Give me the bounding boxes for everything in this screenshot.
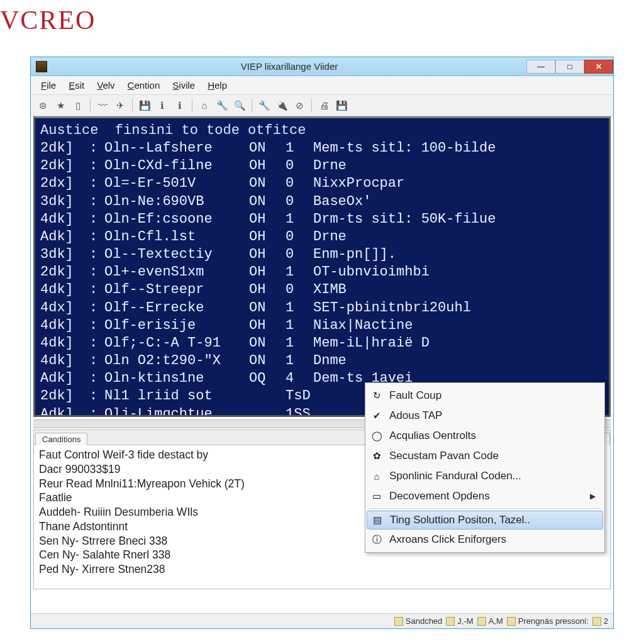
submenu-arrow-icon: ▶ <box>590 492 596 501</box>
terminal-row: Adk]:Oln-Cfl.lstOH0Drne <box>40 228 604 246</box>
toolbar-button-15[interactable]: 💾 <box>333 97 350 114</box>
status-icon <box>394 617 403 626</box>
terminal-row: 2dk]:Oln--LafshereON1Mem-ts sitl: 100-bi… <box>40 140 604 157</box>
menubar: FileEsitVelvCentionSivileHelp <box>31 76 613 95</box>
toolbar-separator <box>132 99 133 113</box>
status-cell-3: Prengnás pressoni: <box>507 616 589 626</box>
ctxmenu-label: Decovement Opdens <box>389 490 584 502</box>
terminal-row: 2dk]:Ol+-evenS1xmOH1OT-ubnvioimhbi <box>40 264 604 281</box>
ctxmenu-icon: ↻ <box>370 389 383 402</box>
ctxmenu-icon: ▤ <box>371 514 384 526</box>
ctxmenu-icon: ◯ <box>370 430 383 442</box>
toolbar-button-2[interactable]: ▯ <box>70 97 86 114</box>
ctxmenu-label: Adous TAP <box>389 409 596 422</box>
ctxmenu-item-4[interactable]: ⌂Sponlinic Fandural Coden... <box>367 466 603 486</box>
toolbar-separator <box>311 99 312 113</box>
ctxmenu-label: Secustam Pavan Code <box>389 450 596 462</box>
window-title: VIEP liixarillange Viider <box>52 61 526 72</box>
toolbar-button-3[interactable]: 〰 <box>94 97 111 114</box>
toolbar-separator <box>90 99 91 113</box>
ctxmenu-label: Sponlinic Fandural Coden... <box>389 470 596 482</box>
titlebar: VIEP liixarillange Viider <box>31 57 613 76</box>
brand-logo: VCREO <box>0 5 96 35</box>
ctxmenu-label: Acqulias Oentrolts <box>389 430 596 442</box>
toolbar-button-8[interactable]: ⌂ <box>196 97 213 114</box>
terminal-header: Austice finsini to tode otfitce <box>40 122 604 140</box>
menu-cention[interactable]: Cention <box>123 79 165 92</box>
close-button[interactable] <box>584 60 613 74</box>
status-text: J,-M <box>457 616 473 626</box>
toolbar-button-4[interactable]: ✈ <box>112 97 128 114</box>
terminal-row: 2dk]:Oln-CXd-filneOH0Drne <box>40 157 604 175</box>
ctxmenu-icon: ⌂ <box>370 470 383 482</box>
status-cell-0: Sandched <box>394 616 443 626</box>
terminal-row: 4dk]:Oln O2:t290-"XON1Dnme <box>40 352 604 370</box>
status-cell-1: J,-M <box>446 616 473 626</box>
window-controls <box>526 60 613 74</box>
ctxmenu-label: Fault Coup <box>389 389 596 402</box>
toolbar-button-0[interactable]: ⊜ <box>35 97 51 114</box>
context-menu: ↻Fault Coup✔Adous TAP◯Acqulias Oentrolts… <box>365 382 605 553</box>
terminal-row: 4dx]:Olf--ErreckeON1SET-pbinitnbri20uhl <box>40 299 604 317</box>
toolbar-separator <box>252 99 252 113</box>
minimize-button[interactable] <box>526 60 555 74</box>
toolbar-button-6[interactable]: ℹ <box>154 97 170 114</box>
status-icon <box>446 617 455 626</box>
terminal-row: 3dk]:Oln-Ne:690VBON0BaseOx' <box>40 193 604 211</box>
ctxmenu-icon: ▭ <box>370 490 383 502</box>
toolbar-button-10[interactable]: 🔍 <box>231 97 248 114</box>
maximize-button[interactable] <box>555 60 584 74</box>
status-text: Sandched <box>406 616 443 626</box>
app-icon <box>36 61 47 72</box>
status-icon <box>592 617 601 626</box>
toolbar-button-1[interactable]: ★ <box>52 97 69 114</box>
menu-esit[interactable]: Esit <box>64 79 89 92</box>
toolbar-button-13[interactable]: ⊘ <box>291 97 308 114</box>
ctxmenu-separator <box>369 508 601 509</box>
terminal-output: Austice finsini to tode otfitce2dk]:Oln-… <box>35 118 609 415</box>
ctxmenu-item-6[interactable]: ▤Ting Soluttion Positon, Tazel.. <box>367 511 603 530</box>
panel-line: Ped Ny- Xirrere Stnen238 <box>39 562 605 577</box>
menu-file[interactable]: File <box>36 79 61 92</box>
terminal-row: 4dk]:Oln-Ef:csooneOH1Drm-ts sitl: 50K-fi… <box>40 211 604 228</box>
ctxmenu-item-5[interactable]: ▭Decovement Opdens▶ <box>367 486 603 506</box>
status-text: Prengnás pressoni: <box>518 616 589 626</box>
toolbar-separator <box>192 99 192 113</box>
menu-help[interactable]: Help <box>203 79 232 92</box>
ctxmenu-item-1[interactable]: ✔Adous TAP <box>367 406 603 426</box>
toolbar-button-14[interactable]: 🖨 <box>316 97 332 114</box>
status-icon <box>507 617 516 626</box>
ctxmenu-item-7[interactable]: ⓘAxroans Click Eniforgers <box>367 530 603 550</box>
menu-velv[interactable]: Velv <box>92 79 119 92</box>
status-text: 2 <box>604 616 608 626</box>
toolbar-button-12[interactable]: 🔌 <box>274 97 290 114</box>
terminal-row: 4dk]:Olf;-C:-A T-91ON1Mem-iL|hraië D <box>40 335 604 352</box>
terminal-frame: Austice finsini to tode otfitce2dk]:Oln-… <box>33 116 611 417</box>
ctxmenu-item-0[interactable]: ↻Fault Coup <box>367 386 603 406</box>
toolbar-button-11[interactable]: 🔧 <box>256 97 272 114</box>
toolbar-button-9[interactable]: 🔧 <box>214 97 230 114</box>
terminal-row: 4dk]:Olf--StreeprOH0XIMB <box>40 281 604 299</box>
ctxmenu-icon: ✿ <box>370 450 383 462</box>
ctxmenu-label: Axroans Click Eniforgers <box>389 533 596 546</box>
tab-canditions[interactable]: Canditions <box>35 433 87 445</box>
toolbar: ⊜★▯〰✈💾ℹℹ⌂🔧🔍🔧🔌⊘🖨💾 <box>31 95 613 116</box>
status-cell-4: 2 <box>592 616 608 626</box>
toolbar-button-7[interactable]: ℹ <box>172 97 188 114</box>
ctxmenu-icon: ⓘ <box>370 533 383 546</box>
toolbar-button-5[interactable]: 💾 <box>136 97 153 114</box>
status-text: A,M <box>489 616 503 626</box>
ctxmenu-label: Ting Soluttion Positon, Tazel.. <box>390 514 595 526</box>
status-icon <box>477 617 486 626</box>
statusbar: SandchedJ,-MA,MPrengnás pressoni:2 <box>31 613 613 628</box>
status-cell-2: A,M <box>477 616 503 626</box>
menu-sivile[interactable]: Sivile <box>167 79 200 92</box>
terminal-row: 3dk]:Ol--TextectiyOH0Enm-pn[]]. <box>40 246 604 264</box>
ctxmenu-icon: ✔ <box>370 409 383 422</box>
ctxmenu-item-2[interactable]: ◯Acqulias Oentrolts <box>367 426 603 446</box>
terminal-row: 2dx]:Ol=-Er-501VON0NixxProcpar <box>40 175 604 192</box>
ctxmenu-item-3[interactable]: ✿Secustam Pavan Code <box>367 446 603 466</box>
terminal-row: 4dk]:Olf-erisijeOH1Niax|Nactine <box>40 317 604 335</box>
